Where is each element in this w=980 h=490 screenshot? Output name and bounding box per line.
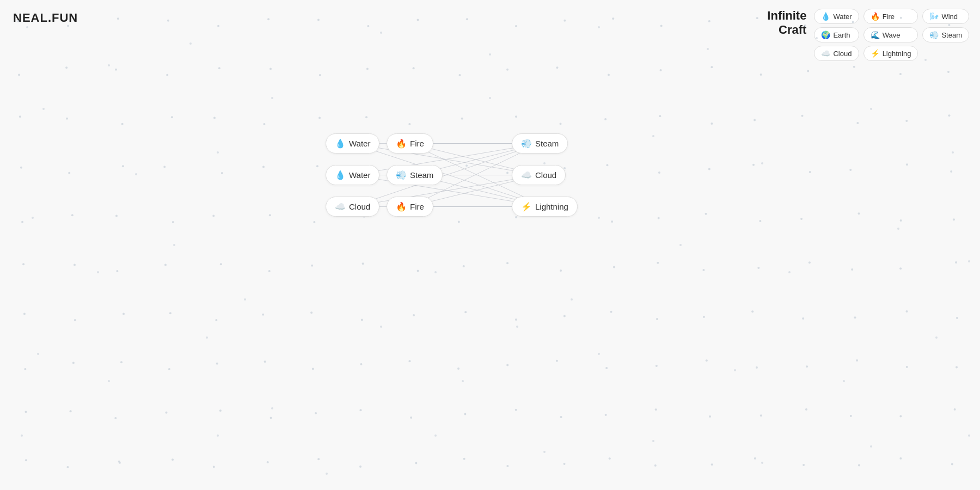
svg-point-47 — [216, 363, 218, 365]
svg-point-82 — [408, 123, 411, 125]
svg-point-192 — [948, 114, 950, 117]
svg-point-140 — [708, 20, 710, 22]
svg-point-26 — [122, 313, 125, 315]
svg-point-78 — [359, 409, 362, 411]
svg-point-99 — [463, 458, 465, 460]
svg-point-2 — [19, 115, 21, 118]
ce2-craft-label: Fire — [410, 139, 424, 148]
svg-point-172 — [856, 122, 859, 124]
svg-point-205 — [489, 53, 491, 56]
svg-point-27 — [120, 361, 122, 363]
lines-svg — [0, 0, 980, 490]
svg-point-212 — [217, 151, 219, 154]
svg-point-154 — [759, 220, 761, 222]
svg-point-120 — [612, 17, 614, 20]
svg-point-118 — [560, 416, 562, 418]
craft-element-ce8[interactable]: ☁️Cloud — [512, 165, 566, 185]
svg-point-102 — [515, 115, 517, 118]
svg-point-22 — [121, 123, 124, 125]
svg-point-56 — [262, 314, 264, 316]
svg-point-195 — [955, 261, 957, 264]
ce5-craft-icon: ☁️ — [335, 201, 346, 212]
ce5-craft-label: Cloud — [349, 202, 370, 211]
svg-point-221 — [679, 244, 682, 246]
svg-point-71 — [366, 68, 369, 70]
svg-point-244 — [543, 162, 546, 164]
svg-point-13 — [68, 172, 70, 174]
svg-point-3 — [20, 167, 22, 169]
craft-element-ce1[interactable]: 💧Water — [326, 133, 379, 154]
svg-point-204 — [380, 32, 382, 34]
svg-point-44 — [212, 215, 215, 217]
svg-point-6 — [23, 313, 26, 315]
svg-point-5 — [22, 263, 24, 265]
svg-point-196 — [956, 317, 958, 319]
svg-point-88 — [410, 416, 412, 419]
svg-point-146 — [703, 316, 705, 318]
craft-element-ce2[interactable]: 🔥Fire — [387, 133, 433, 154]
svg-point-30 — [167, 20, 169, 22]
svg-point-92 — [461, 118, 463, 120]
svg-point-164 — [800, 218, 803, 220]
svg-point-141 — [710, 66, 713, 68]
svg-point-43 — [221, 172, 223, 174]
svg-point-134 — [658, 217, 660, 219]
svg-point-25 — [116, 270, 118, 272]
svg-point-232 — [935, 336, 938, 339]
svg-point-160 — [804, 24, 806, 27]
svg-line-252 — [353, 144, 539, 175]
svg-point-135 — [657, 262, 659, 264]
svg-point-37 — [168, 368, 170, 370]
svg-point-106 — [515, 318, 517, 321]
svg-point-188 — [899, 415, 902, 417]
svg-point-155 — [757, 267, 759, 269]
svg-point-51 — [270, 68, 272, 70]
svg-point-41 — [218, 67, 220, 69]
svg-point-215 — [870, 108, 872, 110]
craft-element-ce4[interactable]: 💨Steam — [387, 165, 443, 185]
svg-point-85 — [417, 270, 419, 272]
svg-point-107 — [506, 364, 509, 366]
craft-element-ce6[interactable]: 🔥Fire — [387, 197, 433, 217]
craft-element-ce9[interactable]: ⚡Lightning — [512, 197, 578, 217]
svg-point-29 — [118, 461, 120, 463]
svg-point-119 — [564, 463, 566, 465]
svg-point-226 — [108, 380, 110, 382]
svg-point-193 — [950, 170, 952, 173]
craft-element-ce3[interactable]: 💧Water — [326, 165, 379, 185]
svg-point-239 — [652, 440, 654, 442]
svg-point-94 — [458, 221, 460, 223]
svg-point-58 — [270, 417, 272, 419]
svg-point-59 — [267, 461, 269, 463]
svg-point-46 — [215, 319, 217, 321]
svg-point-152 — [754, 119, 756, 121]
svg-point-109 — [506, 465, 509, 467]
ce6-craft-icon: 🔥 — [396, 201, 407, 212]
svg-point-207 — [707, 48, 709, 50]
svg-point-216 — [952, 151, 954, 154]
svg-point-35 — [164, 264, 167, 266]
svg-point-249 — [516, 326, 518, 328]
craft-element-ce7[interactable]: 💨Steam — [512, 133, 568, 154]
svg-point-79 — [359, 465, 362, 468]
ce7-craft-icon: 💨 — [521, 138, 532, 149]
svg-point-242 — [968, 434, 970, 437]
svg-point-246 — [434, 271, 437, 273]
svg-point-176 — [854, 316, 856, 318]
svg-point-236 — [326, 473, 328, 475]
svg-point-98 — [464, 413, 466, 415]
svg-point-170 — [852, 21, 854, 23]
svg-point-177 — [856, 359, 858, 362]
svg-point-70 — [367, 25, 369, 27]
svg-point-81 — [413, 67, 415, 69]
svg-point-108 — [515, 409, 517, 411]
svg-point-38 — [165, 412, 167, 414]
svg-point-237 — [434, 434, 437, 437]
craft-element-ce5[interactable]: ☁️Cloud — [326, 197, 379, 217]
svg-point-130 — [660, 25, 663, 27]
svg-point-182 — [905, 120, 908, 122]
svg-point-50 — [267, 18, 270, 20]
svg-point-139 — [654, 464, 657, 467]
canvas[interactable]: 💧Water🔥Fire💧Water💨Steam☁️Cloud🔥Fire💨Stea… — [0, 0, 980, 490]
svg-point-45 — [220, 263, 222, 265]
